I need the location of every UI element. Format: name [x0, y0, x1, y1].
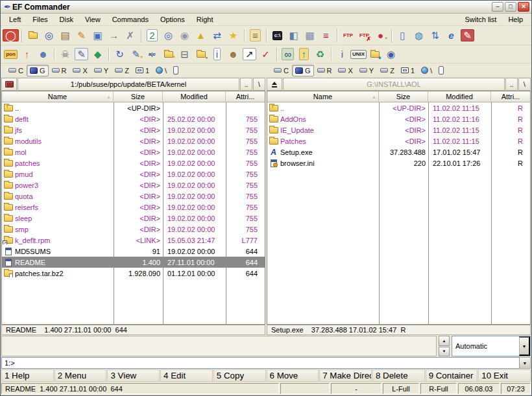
left-path[interactable]: 1:/pub/suse/ppc/update/BETA/kernel — [18, 78, 239, 91]
command-line-input[interactable]: 1:> — [1, 357, 520, 369]
edit-file-icon[interactable]: ✎ — [73, 28, 90, 43]
log-scroll-up-button[interactable]: ▲ — [439, 336, 450, 346]
drive-g-button[interactable]: G — [292, 65, 314, 76]
verify-check-icon[interactable]: ✓ — [258, 47, 274, 62]
drive-1-button[interactable]: 1 — [398, 65, 418, 76]
column-header-modified[interactable]: Modified — [428, 91, 491, 102]
ftp-connect-icon[interactable]: FTP — [340, 28, 356, 43]
fkey-6-button[interactable]: 6 Move — [267, 369, 319, 382]
find-computer-icon[interactable]: ◎ — [41, 28, 57, 43]
drive-root-button[interactable]: \ — [418, 65, 435, 76]
drive-z-button[interactable]: Z — [112, 65, 132, 76]
command-history-dropdown-icon[interactable]: ▼ — [520, 357, 531, 369]
close-button[interactable]: ✕ — [518, 2, 529, 12]
menu-files[interactable]: Files — [27, 14, 53, 25]
ftp-disconnect-icon[interactable]: FTP✗ — [356, 28, 372, 43]
internet-globe-icon[interactable]: ◍ — [411, 28, 427, 43]
quick-view-icon[interactable]: ▤ — [57, 28, 73, 43]
web-sync-icon[interactable]: ⇅ — [427, 28, 443, 43]
move-icon[interactable]: → — [106, 28, 122, 43]
right-file-list[interactable]: ↑..<UP-DIR>11.02.02 11:15RAddOns<DIR>11.… — [267, 102, 530, 324]
fkey-9-button[interactable]: 9 Container — [426, 369, 478, 382]
drive-x-button[interactable]: X — [69, 65, 90, 76]
left-parent-dir-button[interactable]: .. — [240, 78, 252, 91]
column-header-size[interactable]: Size — [114, 91, 163, 102]
print-icon[interactable]: ⊟ — [176, 47, 193, 62]
drive-x-button[interactable]: X — [335, 65, 356, 76]
column-header-name[interactable]: Name▲ — [267, 91, 379, 102]
pack-folder-icon[interactable]: ▪ — [193, 47, 209, 62]
sync-dirs-icon[interactable]: ↑ — [296, 47, 312, 62]
combo-dropdown-icon[interactable]: ▼ — [519, 336, 530, 356]
column-header-size[interactable]: Size — [379, 91, 428, 102]
search-icon[interactable]: ◎ — [160, 28, 176, 43]
menu-right[interactable]: Right — [191, 14, 219, 25]
wipe-skull-icon[interactable]: ☠ — [57, 47, 73, 62]
minimize-button[interactable]: – — [492, 2, 503, 12]
permissions-user-icon[interactable]: ☻ — [225, 47, 241, 62]
fkey-5-button[interactable]: 5 Copy — [213, 369, 266, 382]
cd-icon[interactable]: ◉ — [176, 28, 193, 43]
column-header-attri[interactable]: Attri... — [491, 91, 530, 102]
pon-icon[interactable]: pon — [3, 47, 19, 62]
keys-icon[interactable]: ●* — [372, 28, 389, 43]
fkey-4-button[interactable]: 4 Edit — [160, 369, 213, 382]
fkey-2-button[interactable]: 2 Menu — [54, 369, 107, 382]
watch-eye-icon[interactable]: ◉ — [383, 47, 399, 62]
rename-icon[interactable]: a|e — [144, 47, 160, 62]
favorites-icon[interactable]: ★ — [225, 28, 241, 43]
menu-commands[interactable]: Commands — [106, 14, 154, 25]
compare-panels-icon[interactable]: 2 — [144, 28, 160, 43]
statistics-icon[interactable]: ↑ — [19, 47, 35, 62]
books-icon[interactable]: ≡ — [318, 28, 334, 43]
history-icon[interactable]: ≡ — [247, 28, 263, 43]
drive-z-button[interactable]: Z — [377, 65, 398, 76]
view-mode-combo[interactable]: Automatic ▼ — [452, 336, 531, 356]
column-header-name[interactable]: Name▲ — [2, 91, 114, 102]
new-document-icon[interactable]: ▯ — [394, 28, 411, 43]
drive-c-button[interactable]: C — [271, 65, 292, 76]
left-file-list[interactable]: ↑..<UP-DIR>deflt<DIR>25.02.02 00:00755jf… — [2, 102, 265, 324]
unix-icon[interactable]: UNIX — [350, 47, 367, 62]
right-root-dir-button[interactable]: \ — [518, 78, 531, 91]
right-path[interactable]: G:\INSTALL\AOL — [283, 78, 505, 91]
pack-icon[interactable]: ▲ — [193, 28, 209, 43]
browser-ie-icon[interactable]: e — [443, 28, 459, 43]
select-clipboard-icon[interactable]: ✎ — [73, 47, 90, 62]
eject-icon[interactable] — [267, 78, 282, 91]
copy-icon[interactable]: ▣ — [90, 28, 106, 43]
menu-help[interactable]: Help — [502, 14, 529, 25]
info-icon[interactable]: i — [334, 47, 350, 62]
menu-left[interactable]: Left — [3, 14, 27, 25]
delete-icon[interactable]: ✗ — [122, 28, 138, 43]
menu-options[interactable]: Options — [154, 14, 191, 25]
drive-y-button[interactable]: Y — [91, 65, 112, 76]
open-folder-icon[interactable] — [25, 28, 41, 43]
drive-g-button[interactable]: G — [27, 65, 49, 76]
command-prompt-icon[interactable]: c:\ — [269, 28, 285, 43]
properties-icon[interactable]: i — [209, 47, 225, 62]
split-file-icon[interactable]: ◧ — [285, 28, 302, 43]
menu-switch-list[interactable]: Switch list — [459, 14, 502, 25]
new-folder-icon[interactable]: * — [160, 47, 176, 62]
drive-r-button[interactable]: R — [314, 65, 335, 76]
drive-c-button[interactable]: C — [5, 65, 27, 76]
reload-icon[interactable]: ↻ — [112, 47, 128, 62]
fkey-3-button[interactable]: 3 View — [107, 369, 160, 382]
clean-icon[interactable]: ◆ — [90, 47, 106, 62]
menu-disk[interactable]: Disk — [54, 14, 79, 25]
shortcut-icon[interactable]: ↗ — [241, 47, 258, 62]
ftp-terminal-icon[interactable] — [1, 78, 17, 91]
drive-device-button[interactable] — [170, 65, 184, 76]
column-header-modified[interactable]: Modified — [163, 91, 226, 102]
drive-root-button[interactable]: \ — [152, 65, 170, 76]
user-icon[interactable]: ☻ — [35, 47, 51, 62]
drive-r-button[interactable]: R — [49, 65, 70, 76]
edit-new-icon[interactable]: ✎* — [128, 47, 144, 62]
web-folder-icon[interactable]: ● — [367, 47, 383, 62]
drive-1-button[interactable]: 1 — [132, 65, 152, 76]
drive-device-button[interactable] — [435, 65, 449, 76]
drive-y-button[interactable]: Y — [356, 65, 377, 76]
fkey-10-button[interactable]: 10 Exit — [478, 369, 531, 382]
power-exit-icon[interactable]: ◯ — [3, 28, 19, 43]
